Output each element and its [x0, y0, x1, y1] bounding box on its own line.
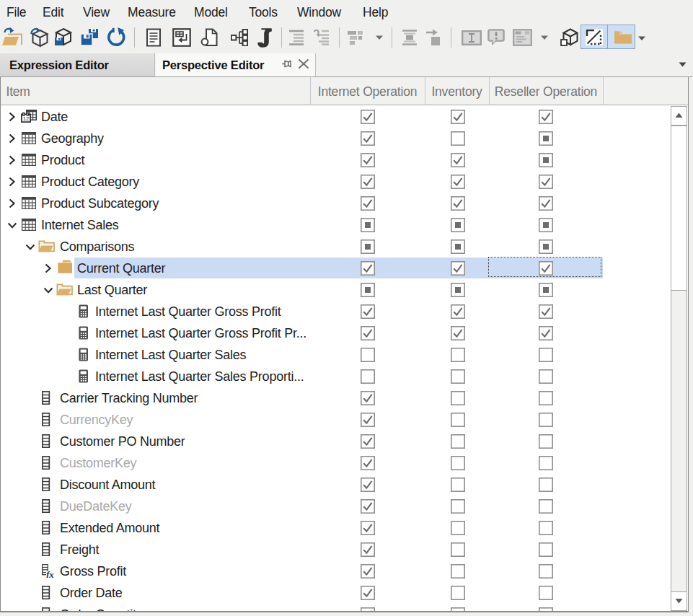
svg-text:fx: fx	[46, 569, 54, 578]
svg-text:12: 12	[23, 115, 29, 122]
